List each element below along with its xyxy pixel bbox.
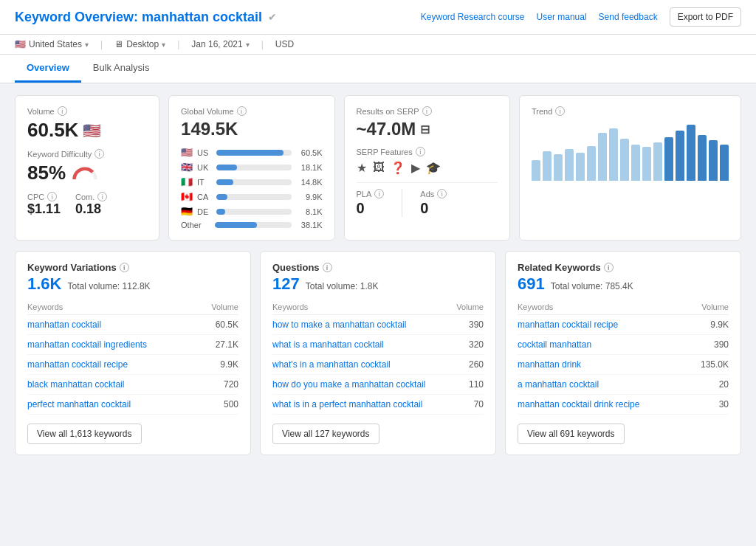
info-icon-related[interactable]: i: [604, 263, 614, 272]
cpc-item: CPC i $1.11: [27, 192, 61, 217]
sub-bar: 🇺🇸 United States ▾ | 🖥 Desktop ▾ | Jan 1…: [0, 35, 756, 55]
serp-features-icons: ★ 🖼 ❓ ▶ 🎓: [357, 161, 498, 175]
trend-bar: [631, 145, 640, 181]
keyword-link[interactable]: what is a manhattan cocktail: [272, 339, 384, 350]
education-icon: 🎓: [426, 161, 441, 175]
kd-arc-icon: [72, 166, 98, 181]
trend-bar: [609, 128, 618, 181]
country-volume: 9.9K: [296, 193, 323, 201]
info-icon-serp[interactable]: i: [422, 106, 432, 116]
feedback-link[interactable]: Send feedback: [599, 12, 658, 22]
chevron-down-icon: ▾: [85, 41, 89, 49]
question-icon: ❓: [391, 161, 405, 175]
keyword-link[interactable]: perfect manhattan cocktail: [27, 399, 131, 410]
country-flag-icon: 🇬🇧: [181, 162, 193, 173]
keyword-link[interactable]: what is in a perfect manhattan cocktail: [272, 399, 422, 410]
related-count: 691: [518, 274, 545, 294]
info-icon-volume[interactable]: i: [58, 106, 67, 116]
keyword-volume: 70: [452, 395, 484, 415]
currency-label: USD: [275, 39, 294, 49]
keyword-volume: 500: [199, 395, 238, 415]
keyword-volume: 320: [452, 335, 484, 355]
country-bar-fill: [216, 209, 225, 215]
table-row: manhattan drink 135.0K: [518, 355, 729, 375]
country-bar-bg: [216, 165, 291, 170]
global-volume-label: Global Volume i: [181, 106, 322, 116]
kd-section: Keyword Difficulty i 85%: [27, 149, 147, 184]
keyword-link[interactable]: manhattan cocktail recipe: [518, 319, 618, 330]
course-link[interactable]: Keyword Research course: [421, 12, 525, 22]
keyword-link[interactable]: how to make a manhattan cocktail: [272, 319, 406, 330]
keyword-link[interactable]: manhattan drink: [518, 359, 581, 370]
country-flag-icon: 🇨🇦: [181, 191, 193, 202]
related-header: Related Keywords i 691 Total volume: 785…: [518, 262, 729, 294]
view-all-questions-button[interactable]: View all 127 keywords: [272, 424, 379, 444]
device-selector[interactable]: 🖥 Desktop ▾: [114, 39, 165, 49]
country-code: DE: [197, 207, 212, 216]
serp-label: Results on SERP i: [357, 106, 498, 116]
info-icon-questions[interactable]: i: [323, 263, 332, 272]
info-icon-kd[interactable]: i: [94, 149, 104, 159]
keyword-link[interactable]: manhattan cocktail ingredients: [27, 339, 147, 350]
info-icon-serp-features[interactable]: i: [416, 147, 425, 156]
top-bar: Keyword Overview: manhattan cocktail ✔ K…: [0, 0, 756, 35]
questions-meta: Total volume: 1.8K: [306, 281, 379, 291]
country-bar-fill: [216, 165, 237, 170]
bottom-row: Keyword Variations i 1.6K Total volume: …: [15, 251, 741, 455]
trend-bar: [687, 125, 695, 181]
table-row: manhattan cocktail drink recipe 30: [518, 395, 729, 415]
keyword-link[interactable]: manhattan cocktail: [27, 319, 101, 330]
country-code: US: [197, 148, 212, 157]
variations-count: 1.6K: [27, 274, 61, 294]
questions-table: Keywords Volume how to make a manhattan …: [272, 300, 484, 415]
country-bars: 🇺🇸 US 60.5K 🇬🇧 UK 18.1K 🇮🇹 IT 14.8K 🇨🇦 C…: [181, 147, 322, 229]
info-icon-variations[interactable]: i: [120, 263, 129, 272]
country-volume: 60.5K: [296, 148, 323, 157]
table-row: what's in a manhattan cocktail 260: [272, 355, 484, 375]
table-row: manhattan cocktail recipe 9.9K: [518, 315, 729, 335]
pla-value: 0: [357, 200, 385, 217]
info-icon-ads[interactable]: i: [437, 189, 447, 198]
manual-link[interactable]: User manual: [537, 12, 587, 22]
info-icon-trend[interactable]: i: [555, 106, 565, 116]
keyword-volume: 30: [690, 395, 729, 415]
tabs-bar: Overview Bulk Analysis: [0, 55, 756, 83]
trend-bar: [653, 142, 662, 181]
keyword-link[interactable]: a manhattan cocktail: [518, 379, 599, 390]
us-flag-icon: 🇺🇸: [83, 122, 101, 139]
country-selector[interactable]: 🇺🇸 United States ▾: [15, 39, 89, 49]
info-icon-com[interactable]: i: [97, 192, 107, 201]
country-row: 🇨🇦 CA 9.9K: [181, 191, 322, 202]
keyword-volume: 720: [199, 375, 238, 395]
view-all-variations-button[interactable]: View all 1,613 keywords: [27, 424, 142, 444]
view-all-related-button[interactable]: View all 691 keywords: [518, 424, 625, 444]
info-icon-global[interactable]: i: [237, 106, 247, 116]
tab-overview[interactable]: Overview: [15, 55, 81, 83]
verified-icon: ✔: [268, 11, 277, 23]
country-row: 🇩🇪 DE 8.1K: [181, 206, 322, 217]
tab-bulk[interactable]: Bulk Analysis: [81, 55, 162, 83]
serp-features-label: SERP Features i: [357, 147, 498, 156]
keyword-link[interactable]: how do you make a manhattan cocktail: [272, 379, 425, 390]
table-row: a manhattan cocktail 20: [518, 375, 729, 395]
keyword-link[interactable]: cocktail manhattan: [518, 339, 591, 350]
country-bar-bg: [216, 179, 291, 185]
country-bar-fill: [216, 150, 284, 156]
keyword-link[interactable]: black manhattan cocktail: [27, 379, 124, 390]
trend-label: Trend i: [532, 106, 729, 116]
export-button[interactable]: Export to PDF: [670, 7, 741, 27]
info-icon-pla[interactable]: i: [374, 189, 384, 198]
keyword-link[interactable]: what's in a manhattan cocktail: [272, 359, 391, 370]
image-icon: 🖼: [373, 161, 385, 175]
date-selector[interactable]: Jan 16, 2021 ▾: [191, 39, 249, 49]
serp-card: Results on SERP i ~47.0M ⊟ SERP Features…: [344, 95, 510, 241]
serp-value: ~47.0M ⊟: [357, 119, 498, 139]
keyword-link[interactable]: manhattan cocktail recipe: [27, 359, 128, 370]
star-icon: ★: [357, 161, 367, 175]
info-icon-cpc[interactable]: i: [47, 192, 57, 201]
table-row: manhattan cocktail 60.5K: [27, 315, 238, 335]
volume-card: Volume i 60.5K 🇺🇸 Keyword Difficulty i 8…: [15, 95, 159, 241]
volume-value: 60.5K 🇺🇸: [27, 119, 147, 142]
col-keywords-header: Keywords: [27, 300, 199, 315]
keyword-link[interactable]: manhattan cocktail drink recipe: [518, 399, 639, 410]
